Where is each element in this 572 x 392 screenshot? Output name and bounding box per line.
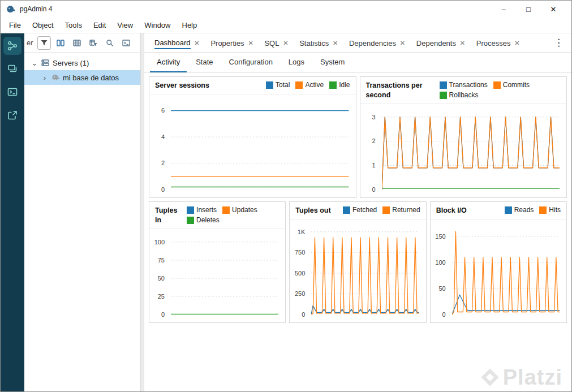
tab-properties[interactable]: Properties×	[205, 33, 259, 52]
plot-area	[382, 110, 560, 189]
tab-statistics[interactable]: Statistics×	[294, 33, 343, 52]
tab-overflow-menu[interactable]: ⋮	[551, 37, 567, 49]
y-tick-label: 0	[161, 186, 165, 193]
chevron-right-icon[interactable]: ›	[41, 74, 48, 81]
legend-swatch	[266, 81, 273, 89]
legend-item-reads: Reads	[505, 206, 534, 214]
y-tick-label: 0	[442, 311, 446, 318]
rail-terminal-button[interactable]	[3, 83, 21, 101]
chart-header: Tuples out FetchedReturned	[290, 202, 425, 219]
close-icon[interactable]: ×	[195, 38, 200, 47]
close-icon[interactable]: ×	[460, 38, 465, 47]
minimize-button[interactable]: –	[491, 1, 516, 17]
browser-clipped-title: er	[27, 38, 33, 47]
y-tick-label: 1K	[298, 229, 305, 235]
legend-swatch	[295, 81, 303, 89]
chart-legend: FetchedReturned	[343, 206, 420, 214]
left-rail	[1, 33, 24, 391]
rail-object-explorer-button[interactable]	[3, 37, 21, 55]
y-tick-label: 2	[372, 137, 375, 144]
menu-file[interactable]: File	[4, 19, 26, 32]
subtab-configuration[interactable]: Configuration	[222, 53, 279, 72]
y-axis: 050100150	[431, 225, 450, 315]
y-axis: 0255075100	[149, 235, 169, 315]
rail-external-window-button[interactable]	[3, 106, 21, 124]
legend-swatch	[505, 206, 512, 214]
subtab-system[interactable]: System	[313, 53, 351, 72]
legend-item-deletes: Deletes	[187, 216, 220, 224]
subtab-activity[interactable]: Activity	[150, 53, 187, 72]
maximize-button[interactable]: □	[516, 1, 541, 17]
tab-dependents[interactable]: Dependents×	[411, 33, 471, 52]
y-tick-label: 2	[161, 160, 165, 166]
tab-label: Dependencies	[349, 37, 396, 49]
table-filter-button[interactable]	[87, 36, 100, 50]
menu-object[interactable]: Object	[27, 19, 59, 32]
close-button[interactable]: ✕	[541, 1, 566, 17]
legend-item-transactions: Transactions	[440, 81, 488, 89]
chart-panel-tuples-in: Tuples in InsertsUpdatesDeletes 02550751…	[149, 201, 286, 323]
tree-row-server-mi-base-de-datos[interactable]: › mi base de datos	[24, 70, 140, 85]
close-icon[interactable]: ×	[333, 38, 338, 47]
subtab-state[interactable]: State	[189, 53, 220, 72]
main-row: er	[1, 33, 571, 391]
plot-area	[171, 235, 278, 315]
server-group-icon	[41, 58, 50, 67]
rail-layers-button[interactable]	[3, 60, 21, 78]
legend-item-fetched: Fetched	[343, 206, 377, 214]
search-button[interactable]	[103, 36, 117, 50]
charts-row-2: Tuples in InsertsUpdatesDeletes 02550751…	[149, 201, 567, 323]
subtab-label: Activity	[157, 58, 180, 66]
tree-row-servers[interactable]: ⌄ Servers (1)	[24, 55, 140, 70]
y-tick-label: 25	[158, 293, 165, 300]
legend-item-hits: Hits	[539, 206, 561, 214]
menu-tools[interactable]: Tools	[60, 19, 87, 32]
close-icon[interactable]: ×	[248, 38, 253, 47]
console-icon	[122, 38, 131, 48]
close-icon[interactable]: ×	[400, 38, 405, 47]
legend-swatch	[187, 217, 194, 224]
tree-label-server: mi base de datos	[63, 74, 119, 82]
y-tick-label: 75	[158, 257, 165, 264]
table-button[interactable]	[70, 36, 84, 50]
series-line-returned	[311, 238, 419, 315]
y-tick-label: 150	[435, 233, 445, 240]
tab-sql[interactable]: SQL×	[259, 33, 294, 52]
menu-window[interactable]: Window	[139, 19, 175, 32]
close-icon[interactable]: ×	[283, 38, 288, 47]
close-icon[interactable]: ×	[514, 38, 519, 47]
panels-icon	[56, 38, 65, 48]
chart-title: Tuples out	[295, 206, 330, 216]
search-icon	[105, 38, 114, 48]
tab-dashboard[interactable]: Dashboard×	[149, 33, 205, 52]
legend-item-active: Active	[295, 81, 324, 89]
tab-dependencies[interactable]: Dependencies×	[343, 33, 411, 52]
chart-svg	[382, 110, 560, 189]
legend-swatch	[440, 92, 447, 99]
tab-label: Dependents	[416, 37, 456, 49]
legend-swatch	[493, 81, 501, 89]
y-tick-label: 50	[158, 275, 165, 282]
titlebar: pgAdmin 4 – □ ✕	[1, 1, 571, 18]
chart-header: Transactions per second TransactionsComm…	[360, 77, 567, 104]
menu-edit[interactable]: Edit	[88, 19, 111, 32]
legend-item-rollbacks: Rollbacks	[440, 91, 479, 99]
chevron-down-icon[interactable]: ⌄	[31, 59, 38, 67]
chart-panel-server-sessions: Server sessions TotalActiveIdle 0246	[149, 76, 356, 198]
chart-panel-transactions-per-second: Transactions per second TransactionsComm…	[360, 76, 567, 198]
subtab-logs[interactable]: Logs	[282, 53, 311, 72]
filter-button[interactable]	[37, 36, 51, 50]
console-button[interactable]	[119, 36, 133, 50]
legend-swatch	[440, 81, 447, 89]
panels-button[interactable]	[54, 36, 67, 50]
chart-panel-block-i-o: Block I/O ReadsHits 050100150	[430, 201, 567, 323]
menu-view[interactable]: View	[112, 19, 138, 32]
dashboard: Server sessions TotalActiveIdle 0246 Tra…	[144, 73, 571, 391]
legend-swatch	[329, 81, 337, 89]
tab-processes[interactable]: Processes×	[471, 33, 525, 52]
legend-item-updates: Updates	[222, 206, 257, 214]
y-tick-label: 6	[161, 107, 165, 114]
legend-item-commits: Commits	[493, 81, 530, 89]
menu-help[interactable]: Help	[177, 19, 203, 32]
chart-header: Block I/O ReadsHits	[431, 202, 566, 219]
